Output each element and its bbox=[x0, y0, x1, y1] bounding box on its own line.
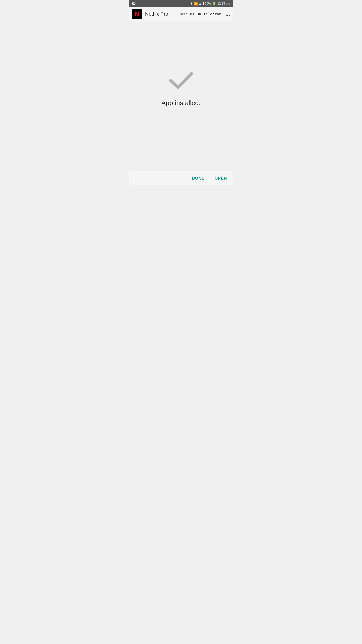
clock: 12:33 pm bbox=[217, 2, 230, 5]
netflix-logo: N bbox=[132, 9, 142, 19]
done-button[interactable]: DONE bbox=[191, 174, 205, 183]
gallery-icon: 🖼 bbox=[132, 2, 135, 6]
wifi-icon: 📶 bbox=[194, 2, 198, 6]
main-content: App installed. bbox=[129, 21, 233, 171]
battery-percent: 50% bbox=[205, 2, 211, 5]
status-bar-right: ⬇ 📶 50% 🔋 12:33 pm bbox=[190, 2, 230, 6]
netflix-logo-letter: N bbox=[134, 11, 140, 18]
signal-icon bbox=[199, 2, 204, 5]
telegram-subtitle: Join Us On Telegram bbox=[179, 12, 221, 16]
checkmark-icon bbox=[168, 70, 194, 91]
status-bar-left: 🖼 bbox=[132, 2, 189, 6]
installed-message: App installed. bbox=[161, 99, 201, 107]
app-title: Netflix Pro bbox=[145, 11, 176, 17]
app-header: N Netflix Pro Join Us On Telegram ... bbox=[129, 7, 233, 21]
bottom-buttons: DONE OPEN bbox=[129, 171, 233, 185]
open-button[interactable]: OPEN bbox=[214, 174, 228, 183]
battery-icon: 🔋 bbox=[212, 2, 216, 6]
status-bar: 🖼 ⬇ 📶 50% 🔋 12:33 pm bbox=[129, 0, 233, 7]
download-icon: ⬇ bbox=[190, 2, 193, 5]
checkmark-container bbox=[168, 70, 194, 92]
more-options-icon[interactable]: ... bbox=[225, 11, 230, 17]
